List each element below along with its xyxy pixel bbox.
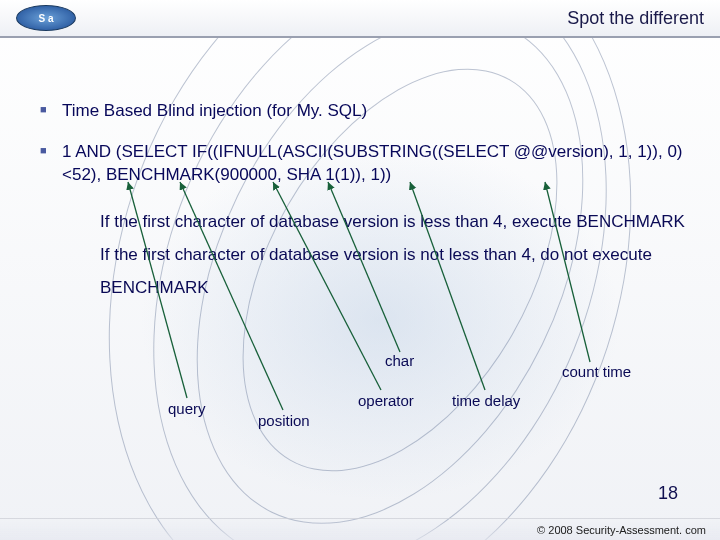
- annotation-time-delay: time delay: [452, 392, 520, 409]
- annotation-query: query: [168, 400, 206, 417]
- content-area: Time Based Blind injection (for My. SQL)…: [40, 100, 690, 304]
- bullet-item: Time Based Blind injection (for My. SQL): [40, 100, 690, 123]
- bullet-item: 1 AND (SELECT IF((IFNULL(ASCII(SUBSTRING…: [40, 141, 690, 187]
- slide-number: 18: [658, 483, 678, 504]
- page-title: Spot the different: [567, 8, 704, 29]
- annotation-operator: operator: [358, 392, 414, 409]
- logo-icon: S a: [16, 5, 76, 31]
- bullet-list: Time Based Blind injection (for My. SQL)…: [40, 100, 690, 187]
- slide: S a Spot the different Time Based Blind …: [0, 0, 720, 540]
- annotation-char: char: [385, 352, 414, 369]
- annotation-count-time: count time: [562, 363, 631, 380]
- header: S a Spot the different: [0, 0, 720, 38]
- annotation-position: position: [258, 412, 310, 429]
- footer-copyright: © 2008 Security-Assessment. com: [0, 518, 720, 540]
- explanation-text: If the first character of database versi…: [100, 205, 690, 304]
